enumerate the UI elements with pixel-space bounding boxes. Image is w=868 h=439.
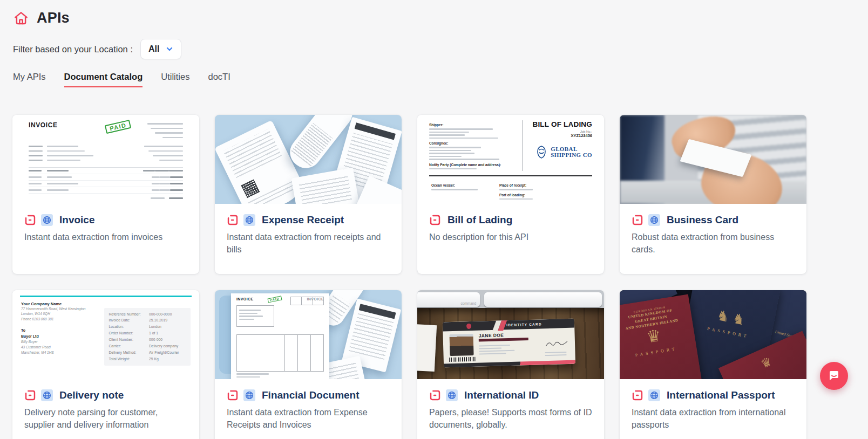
decor-bar bbox=[239, 310, 261, 311]
card-title: Bill of Lading bbox=[447, 214, 512, 226]
globe-icon bbox=[41, 214, 53, 226]
decor-bar bbox=[239, 319, 254, 320]
mock-portrait bbox=[450, 334, 474, 356]
tab-docti[interactable]: docTI bbox=[208, 72, 230, 87]
chat-launcher-button[interactable] bbox=[820, 362, 848, 390]
api-card-bill-of-lading[interactable]: Shipper:Consignee:Notify Party (Complete… bbox=[417, 115, 604, 274]
decor-bar bbox=[479, 347, 501, 349]
decor-bar bbox=[47, 146, 78, 147]
thumb-text: 000-000 bbox=[149, 337, 162, 343]
decor-bar bbox=[159, 176, 170, 178]
thumb-text: command bbox=[460, 301, 476, 305]
mock-signature bbox=[545, 339, 568, 348]
card-description: Robust data extraction from business car… bbox=[632, 231, 795, 256]
thumb-text: To bbox=[21, 327, 99, 333]
decor-bar bbox=[154, 204, 166, 204]
mindee-logo-icon bbox=[24, 214, 36, 226]
thumb-text: 000-000-0000 bbox=[149, 311, 172, 318]
decor-bar bbox=[499, 198, 533, 200]
decor-bar bbox=[159, 189, 170, 191]
decor-bar bbox=[47, 176, 72, 178]
thumb-text: Delivery Method: bbox=[109, 349, 149, 356]
decor-bar bbox=[29, 155, 43, 156]
decor-bar bbox=[29, 176, 42, 178]
mock-address-block bbox=[147, 121, 183, 140]
chevron-down-icon bbox=[166, 45, 173, 53]
page-header: APIs bbox=[13, 10, 70, 26]
tab-document-catalog[interactable]: Document Catalog bbox=[64, 72, 143, 87]
globe-icon bbox=[648, 214, 660, 226]
decor-bar bbox=[169, 170, 183, 172]
thumb-text: Manchester, M4 1HS bbox=[21, 350, 99, 355]
tab-my-apis[interactable]: My APIs bbox=[13, 72, 46, 87]
decor-bar bbox=[144, 146, 183, 147]
thumb-text: Port of loading: bbox=[499, 193, 533, 197]
decor-bar bbox=[155, 170, 169, 172]
home-icon bbox=[13, 10, 29, 26]
decor-bar bbox=[499, 189, 533, 190]
api-card-financial-document[interactable]: INVOICEPAIDINVOICEFinancial DocumentInst… bbox=[215, 290, 402, 439]
thumb-text: Client Number: bbox=[109, 337, 149, 343]
api-card-international-id[interactable]: commandIDENTITY CARDJANE DOEInternationa… bbox=[417, 290, 604, 439]
shield-icon bbox=[466, 323, 471, 328]
mindee-logo-icon bbox=[227, 389, 239, 401]
tab-utilities[interactable]: Utilities bbox=[161, 72, 189, 87]
mock-receipt bbox=[291, 168, 361, 204]
decor-bar bbox=[479, 345, 510, 347]
thumb-text: INVOICE bbox=[236, 297, 254, 301]
card-description: Instant data extraction from Expense Rec… bbox=[227, 406, 390, 431]
card-title: Delivery note bbox=[59, 389, 124, 401]
api-card-expense-receipt[interactable]: Expense ReceiptInstant data extraction f… bbox=[215, 115, 402, 274]
card-description: No description for this API bbox=[429, 231, 592, 243]
decor-bar bbox=[159, 160, 183, 161]
mock-invoice-doc: INVOICEPAIDINVOICE bbox=[231, 293, 329, 379]
decor-bar bbox=[479, 353, 506, 354]
decor-bar bbox=[429, 156, 462, 157]
thumb-text: JANE DOE bbox=[478, 332, 504, 338]
api-card-invoice[interactable]: INVOICEPAIDAmount DueInvoiceInstant data… bbox=[12, 115, 199, 274]
decor-bar bbox=[429, 147, 481, 148]
thumb-text: Your Company Name bbox=[21, 301, 99, 306]
thumb-text: Location: bbox=[109, 324, 149, 330]
globe-icon bbox=[41, 389, 53, 401]
card-description: Instant data extraction from receipts an… bbox=[227, 231, 390, 256]
globe-icon bbox=[243, 214, 255, 226]
location-dropdown[interactable]: All bbox=[140, 39, 181, 59]
thumb-text: 25.10.2019 bbox=[149, 317, 167, 324]
thumb-text: 25 Kg bbox=[149, 356, 159, 362]
location-dropdown-value: All bbox=[148, 44, 159, 54]
decor-bar bbox=[151, 197, 165, 199]
decor-bar bbox=[153, 155, 183, 156]
decor-bar bbox=[431, 189, 478, 190]
globe-icon bbox=[446, 389, 458, 401]
thumb-text: INVOICE bbox=[29, 121, 58, 140]
thumb-text: XYZ123456 bbox=[528, 133, 592, 138]
decor-bar bbox=[143, 170, 155, 172]
decor-bar bbox=[159, 183, 170, 184]
api-card-business-card[interactable]: Business CardRobust data extraction from… bbox=[620, 115, 806, 274]
thumb-text: Billy Buyer bbox=[21, 339, 99, 345]
decor-bar bbox=[170, 189, 183, 191]
decor-bar bbox=[152, 176, 159, 178]
thumb-text: Total Weight: bbox=[109, 356, 149, 362]
thumb-text: 43 Customer Road bbox=[21, 345, 99, 350]
thumb-text: Air Freight/Courier bbox=[149, 349, 179, 356]
decor-bar bbox=[47, 150, 85, 152]
thumb-text: Carrier: bbox=[109, 343, 149, 349]
decor-bar bbox=[170, 183, 183, 184]
decor-bar bbox=[429, 128, 493, 130]
api-card-international-passport[interactable]: ✷United States of America♞ ♞PASSPORTEURO… bbox=[620, 290, 806, 439]
mindee-logo-icon bbox=[429, 389, 441, 401]
decor-bar bbox=[152, 183, 159, 184]
thumb-text: London bbox=[149, 324, 161, 330]
decor-bar bbox=[429, 132, 469, 133]
thumb-text: 1 of 1 bbox=[149, 330, 158, 337]
card-description: Instant data extraction from invoices bbox=[24, 231, 187, 243]
thumb-text: Phone 0203 868 381 bbox=[21, 317, 99, 322]
card-title: Financial Document bbox=[262, 389, 360, 401]
decor-bar bbox=[479, 350, 514, 352]
thumb-text: PAID bbox=[105, 120, 132, 134]
api-card-delivery-note[interactable]: Your Company Name77 Hammersmith Road, We… bbox=[12, 290, 199, 439]
decor-bar bbox=[47, 160, 80, 161]
thumb-text: PAID bbox=[267, 296, 282, 303]
